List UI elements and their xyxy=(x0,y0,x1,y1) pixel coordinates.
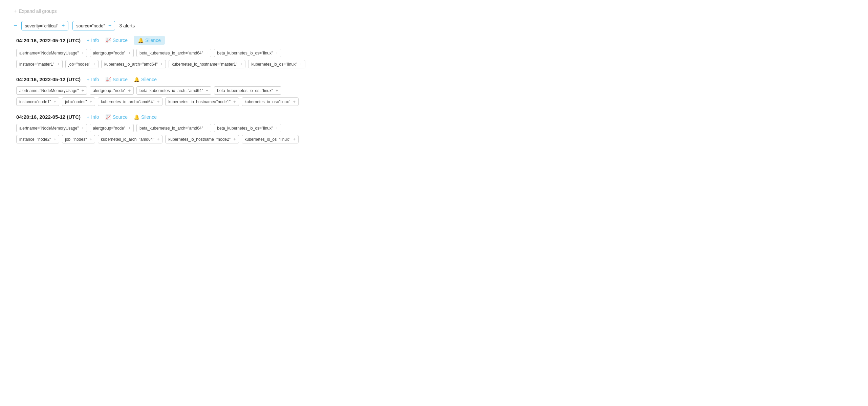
source-button-1[interactable]: 📈 Source xyxy=(105,77,128,82)
label-tag-add[interactable]: + xyxy=(82,50,84,55)
label-text: instance="master1" xyxy=(19,62,55,67)
label-tag: beta_kubernetes_io_os="linux" + xyxy=(214,124,281,132)
label-text: kubernetes_io_os="linux" xyxy=(245,137,290,142)
label-tag: alertname="NodeMemoryUsage" + xyxy=(16,86,87,95)
filter-tag-add-icon[interactable]: + xyxy=(108,23,111,29)
info-button-2[interactable]: + Info xyxy=(87,114,99,120)
label-tag-add[interactable]: + xyxy=(276,88,278,93)
label-text: kubernetes_io_os="linux" xyxy=(251,62,297,67)
collapse-button[interactable]: − xyxy=(14,23,17,29)
label-tag-add[interactable]: + xyxy=(206,126,209,131)
label-tag-add[interactable]: + xyxy=(93,62,95,67)
label-tag-add[interactable]: + xyxy=(233,137,236,142)
label-text: beta_kubernetes_io_os="linux" xyxy=(217,51,273,55)
source-label-0: Source xyxy=(113,38,128,43)
label-tag: instance="node2" + xyxy=(16,135,59,143)
label-tag: instance="master1" + xyxy=(16,60,63,68)
label-tag-add[interactable]: + xyxy=(276,50,278,55)
label-text: instance="node2" xyxy=(19,137,51,142)
group-header: − severity="critical" + source="node" + … xyxy=(14,21,854,30)
filter-tag-add-icon[interactable]: + xyxy=(62,23,65,29)
label-text: beta_kubernetes_io_arch="amd64" xyxy=(139,88,203,93)
info-plus-icon: + xyxy=(87,38,89,43)
label-tag-add[interactable]: + xyxy=(233,99,236,104)
label-row-2-1: instance="node2" + job="nodes" + kuberne… xyxy=(16,135,854,143)
label-tag: beta_kubernetes_io_os="linux" + xyxy=(214,86,281,95)
label-tag: alertgroup="node" + xyxy=(90,49,134,57)
source-icon-1: 📈 xyxy=(105,77,111,82)
label-tag-add[interactable]: + xyxy=(276,126,278,131)
label-text: kubernetes_io_hostname="master1" xyxy=(172,62,237,67)
label-tag-add[interactable]: + xyxy=(206,50,209,55)
silence-label-0: Silence xyxy=(145,38,161,43)
source-icon-2: 📈 xyxy=(105,114,111,120)
alert-header-0: 04:20:16, 2022-05-12 (UTC) + Info 📈 Sour… xyxy=(16,36,854,45)
label-tag-add[interactable]: + xyxy=(57,62,60,67)
silence-button-2[interactable]: 🔔 Silence xyxy=(134,114,157,120)
label-row-0-0: alertname="NodeMemoryUsage" + alertgroup… xyxy=(16,49,854,57)
label-tag-add[interactable]: + xyxy=(54,99,57,104)
label-text: kubernetes_io_os="linux" xyxy=(245,99,290,104)
source-button-0[interactable]: 📈 Source xyxy=(105,38,128,43)
label-tag: kubernetes_io_os="linux" + xyxy=(242,135,299,143)
label-tag-add[interactable]: + xyxy=(89,137,92,142)
alert-item-1: 04:20:16, 2022-05-12 (UTC) + Info 📈 Sour… xyxy=(14,76,854,106)
label-text: alertname="NodeMemoryUsage" xyxy=(19,51,79,55)
silence-label-2: Silence xyxy=(141,114,157,120)
label-text: job="nodes" xyxy=(68,62,90,67)
expand-all-label: Expand all groups xyxy=(19,8,57,14)
label-tag-add[interactable]: + xyxy=(157,99,160,104)
label-tag-add[interactable]: + xyxy=(206,88,209,93)
label-tag: beta_kubernetes_io_arch="amd64" + xyxy=(136,49,211,57)
label-tag: job="nodes" + xyxy=(62,135,95,143)
silence-icon-1: 🔔 xyxy=(134,77,139,82)
label-text: kubernetes_io_arch="amd64" xyxy=(101,99,154,104)
label-text: alertname="NodeMemoryUsage" xyxy=(19,88,79,93)
label-row-1-0: alertname="NodeMemoryUsage" + alertgroup… xyxy=(16,86,854,95)
label-text: alertgroup="node" xyxy=(93,126,125,131)
label-tag-add[interactable]: + xyxy=(160,62,163,67)
label-row-1-1: instance="node1" + job="nodes" + kuberne… xyxy=(16,97,854,106)
label-tag-add[interactable]: + xyxy=(240,62,243,67)
info-button-1[interactable]: + Info xyxy=(87,77,99,82)
label-text: job="nodes" xyxy=(65,137,87,142)
label-tag: kubernetes_io_arch="amd64" + xyxy=(101,60,166,68)
label-text: job="nodes" xyxy=(65,99,87,104)
label-tag-add[interactable]: + xyxy=(82,126,84,131)
label-tag-add[interactable]: + xyxy=(128,88,131,93)
label-tag-add[interactable]: + xyxy=(300,62,302,67)
label-text: kubernetes_io_hostname="node1" xyxy=(168,99,231,104)
label-tag-add[interactable]: + xyxy=(293,99,296,104)
source-label-2: Source xyxy=(113,114,128,120)
label-tag-add[interactable]: + xyxy=(293,137,296,142)
label-tag-add[interactable]: + xyxy=(89,99,92,104)
info-button-0[interactable]: + Info xyxy=(87,38,99,43)
label-tag: alertgroup="node" + xyxy=(90,124,134,132)
label-tag-add[interactable]: + xyxy=(82,88,84,93)
label-text: instance="node1" xyxy=(19,99,51,104)
label-text: kubernetes_io_arch="amd64" xyxy=(104,62,158,67)
label-tag: beta_kubernetes_io_os="linux" + xyxy=(214,49,281,57)
filter-tag-severity: severity="critical" + xyxy=(21,21,69,30)
alert-header-2: 04:20:16, 2022-05-12 (UTC) + Info 📈 Sour… xyxy=(16,114,854,120)
label-text: alertgroup="node" xyxy=(93,51,125,55)
label-tag: beta_kubernetes_io_arch="amd64" + xyxy=(136,86,211,95)
label-tag: alertname="NodeMemoryUsage" + xyxy=(16,49,87,57)
silence-button-0[interactable]: 🔔 Silence xyxy=(134,36,165,45)
label-tag-add[interactable]: + xyxy=(54,137,57,142)
source-button-2[interactable]: 📈 Source xyxy=(105,114,128,120)
alert-time-0: 04:20:16, 2022-05-12 (UTC) xyxy=(16,38,81,43)
alert-group: − severity="critical" + source="node" + … xyxy=(14,21,854,143)
label-tag-add[interactable]: + xyxy=(128,126,131,131)
label-tag-add[interactable]: + xyxy=(157,137,160,142)
info-plus-icon: + xyxy=(87,114,89,120)
label-row-0-1: instance="master1" + job="nodes" + kuber… xyxy=(16,60,854,68)
label-tag-add[interactable]: + xyxy=(128,50,131,55)
expand-all-groups[interactable]: + Expand all groups xyxy=(14,8,854,14)
info-label-2: Info xyxy=(91,114,99,120)
silence-button-1[interactable]: 🔔 Silence xyxy=(134,77,157,82)
silence-label-1: Silence xyxy=(141,77,157,82)
expand-all-icon: + xyxy=(14,8,17,14)
label-tag: kubernetes_io_arch="amd64" + xyxy=(98,135,162,143)
info-label-1: Info xyxy=(91,77,99,82)
